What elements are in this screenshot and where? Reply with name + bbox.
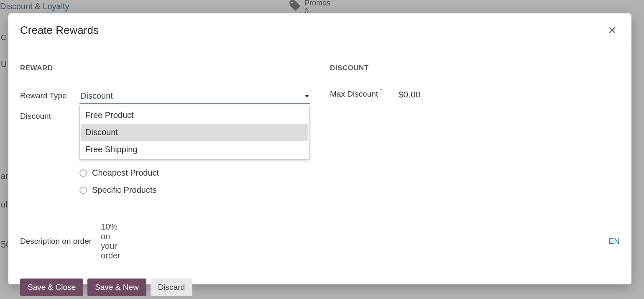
radio-icon — [79, 169, 87, 177]
radio-icon — [79, 187, 87, 194]
option-discount[interactable]: Discount — [81, 124, 308, 141]
close-button[interactable] — [605, 23, 620, 38]
modal-header: Create Rewards — [8, 13, 631, 48]
reward-type-label: Reward Type — [20, 89, 79, 100]
help-icon[interactable]: ? — [380, 88, 383, 94]
reward-type-select[interactable]: Discount — [79, 89, 310, 104]
modal-footer: Save & Close Save & New Discard — [8, 269, 631, 299]
max-discount-value[interactable]: $0.00 — [399, 89, 421, 100]
description-value[interactable]: 10% on your order — [101, 222, 120, 261]
description-label: Description on order — [20, 237, 92, 246]
create-rewards-modal: Create Rewards REWARD Reward Type Discou… — [8, 13, 631, 284]
reward-type-dropdown: Free Product Discount Free Shipping — [79, 105, 310, 160]
radio-label-specific: Specific Products — [92, 185, 157, 195]
reward-type-selected: Discount — [80, 91, 113, 101]
save-new-button[interactable]: Save & New — [87, 279, 146, 296]
modal-title: Create Rewards — [20, 24, 99, 37]
reward-section: REWARD Reward Type Discount Free Product… — [20, 64, 310, 204]
modal-body: REWARD Reward Type Discount Free Product… — [8, 48, 631, 269]
option-free-shipping[interactable]: Free Shipping — [81, 141, 308, 158]
discount-section: DISCOUNT Max Discount ? $0.00 — [330, 64, 620, 204]
radio-label-cheapest: Cheapest Product — [92, 168, 159, 178]
chevron-down-icon — [305, 95, 309, 97]
section-title-discount: DISCOUNT — [330, 64, 620, 75]
radio-cheapest-product[interactable]: Cheapest Product — [79, 164, 310, 181]
discard-button[interactable]: Discard — [151, 279, 192, 296]
close-icon — [607, 25, 618, 36]
option-free-product[interactable]: Free Product — [81, 107, 308, 124]
language-button[interactable]: EN — [609, 237, 620, 246]
max-discount-label: Max Discount — [330, 89, 378, 99]
discount-label: Discount — [20, 110, 79, 121]
section-title-reward: REWARD — [20, 64, 310, 75]
radio-specific-products[interactable]: Specific Products — [79, 181, 310, 199]
save-close-button[interactable]: Save & Close — [20, 279, 83, 296]
